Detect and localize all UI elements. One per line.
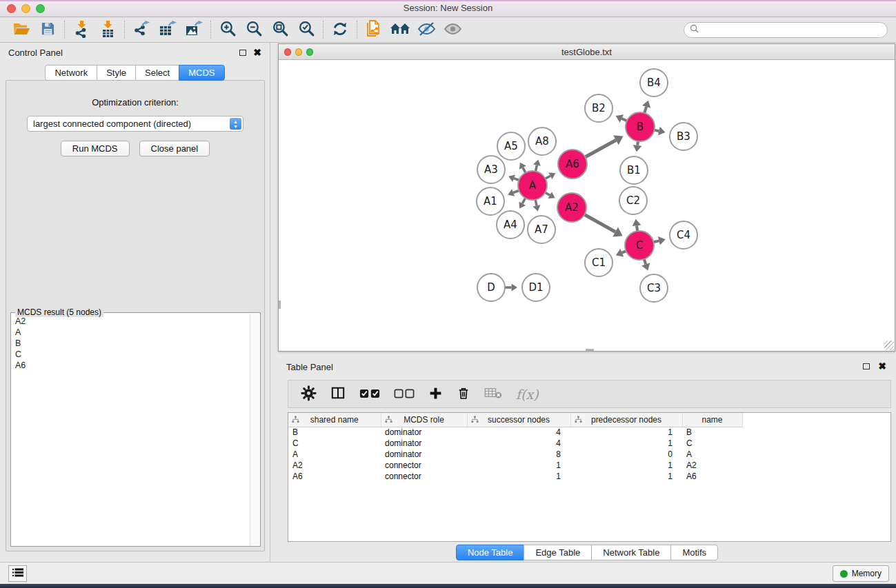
graph-node-A5[interactable]: A5 — [497, 132, 525, 160]
tab-network[interactable]: Network — [45, 65, 97, 81]
graph-node-A2[interactable]: A2 — [557, 193, 586, 222]
delete-row-button[interactable] — [457, 386, 470, 403]
zoom-in-button[interactable] — [215, 19, 241, 41]
zoom-selected-button[interactable] — [293, 19, 319, 41]
memory-button[interactable]: Memory — [833, 565, 889, 582]
tab-node-table[interactable]: Node Table — [456, 545, 525, 560]
graph-node-C2[interactable]: C2 — [619, 187, 647, 214]
table-cell[interactable]: 1 — [570, 427, 682, 438]
table-cell[interactable]: 4 — [467, 438, 570, 449]
tab-select[interactable]: Select — [135, 65, 179, 81]
graph-node-B1[interactable]: B1 — [620, 156, 648, 184]
refresh-view-button[interactable] — [327, 19, 353, 41]
search-input[interactable] — [702, 25, 882, 34]
table-cell[interactable]: connector — [381, 460, 467, 471]
table-cell[interactable]: 0 — [570, 449, 682, 460]
tab-style[interactable]: Style — [97, 65, 136, 81]
tab-edge-table[interactable]: Edge Table — [524, 545, 592, 560]
graph-node-A1[interactable]: A1 — [477, 187, 504, 215]
canvas-vscroll-nub[interactable] — [279, 301, 281, 309]
search-box[interactable] — [684, 22, 888, 38]
table-cell[interactable]: B — [288, 427, 381, 438]
deselect-all-button[interactable] — [394, 388, 415, 401]
graph-node-B[interactable]: B — [626, 112, 655, 141]
table-cell[interactable]: dominator — [381, 438, 467, 449]
column-header-predecessor-nodes[interactable]: predecessor nodes — [570, 413, 682, 427]
table-cell[interactable]: A6 — [288, 471, 381, 482]
first-neighbors-button[interactable] — [387, 19, 413, 41]
graph-node-A8[interactable]: A8 — [528, 128, 556, 155]
graph-node-B4[interactable]: B4 — [640, 69, 668, 97]
column-header-mcds-role[interactable]: MCDS role — [381, 413, 467, 427]
graph-node-C3[interactable]: C3 — [640, 274, 668, 302]
export-network-button[interactable] — [128, 19, 155, 41]
float-table-panel-icon[interactable] — [863, 363, 870, 369]
network-close-button[interactable] — [284, 48, 291, 56]
add-row-button[interactable] — [428, 386, 443, 403]
delete-table-button[interactable] — [484, 387, 502, 401]
graph-node-C1[interactable]: C1 — [585, 249, 613, 276]
tab-network-table[interactable]: Network Table — [591, 545, 671, 560]
show-columns-button[interactable] — [330, 386, 346, 402]
table-cell[interactable]: 1 — [570, 471, 682, 482]
graph-node-A[interactable]: A — [518, 171, 547, 200]
select-all-button[interactable] — [359, 388, 380, 401]
graph-node-A6[interactable]: A6 — [558, 150, 587, 179]
table-cell[interactable]: A2 — [288, 460, 381, 471]
table-cell[interactable]: A — [288, 449, 381, 460]
network-window-titlebar[interactable]: testGlobe.txt — [279, 44, 895, 60]
function-builder-button[interactable]: f(x) — [516, 387, 539, 402]
new-network-from-selection-button[interactable] — [361, 19, 387, 41]
graph-node-B2[interactable]: B2 — [585, 94, 613, 122]
graph-node-C4[interactable]: C4 — [670, 221, 697, 249]
table-cell[interactable]: B — [682, 427, 742, 438]
optimization-select[interactable]: largest connected component (directed) ▲… — [27, 116, 243, 132]
export-table-button[interactable] — [155, 19, 181, 41]
table-row[interactable]: A2connector11A2 — [288, 460, 890, 471]
resize-grip[interactable] — [884, 341, 894, 350]
graph-node-A3[interactable]: A3 — [477, 156, 505, 183]
column-header-successor-nodes[interactable]: successor nodes — [467, 413, 570, 427]
zoom-out-button[interactable] — [241, 19, 267, 41]
import-table-button[interactable] — [94, 19, 121, 41]
network-zoom-button[interactable] — [306, 48, 313, 56]
table-row[interactable]: Bdominator41B — [288, 427, 890, 438]
graph-node-B3[interactable]: B3 — [670, 123, 697, 150]
zoom-fit-button[interactable] — [267, 19, 293, 41]
tab-mcds[interactable]: MCDS — [179, 65, 224, 81]
graph-node-C[interactable]: C — [625, 231, 654, 260]
network-minimize-button[interactable] — [295, 48, 302, 56]
table-cell[interactable]: 1 — [570, 438, 682, 449]
table-settings-button[interactable] — [301, 385, 317, 403]
table-cell[interactable]: A6 — [682, 471, 742, 482]
result-scrollbar[interactable] — [250, 314, 259, 545]
table-cell[interactable]: 1 — [467, 471, 570, 482]
table-row[interactable]: Adominator80A — [288, 449, 890, 460]
graph-node-A7[interactable]: A7 — [528, 216, 555, 243]
table-cell[interactable]: 1 — [570, 460, 682, 471]
network-graph[interactable]: AA1A2A3A4A5A6A7A8BB1B2B3B4CC1C2C3C4DD1 — [279, 60, 895, 351]
graph-node-D1[interactable]: D1 — [522, 274, 550, 301]
graph-node-A4[interactable]: A4 — [497, 211, 524, 239]
export-image-button[interactable] — [181, 19, 207, 41]
table-row[interactable]: Cdominator41C — [288, 438, 890, 449]
table-cell[interactable]: 8 — [467, 449, 570, 460]
tab-motifs[interactable]: Motifs — [670, 545, 718, 560]
table-cell[interactable]: C — [288, 438, 381, 449]
table-cell[interactable]: C — [682, 438, 742, 449]
close-table-panel-icon[interactable]: ✖ — [878, 363, 886, 369]
column-header-shared-name[interactable]: shared name — [288, 413, 381, 427]
close-panel-icon[interactable]: ✖ — [253, 49, 261, 56]
hide-selected-button[interactable] — [413, 19, 439, 41]
show-all-button[interactable] — [439, 19, 466, 41]
canvas-hscroll-nub[interactable] — [586, 349, 594, 351]
column-header-name[interactable]: name — [682, 413, 742, 427]
task-history-button[interactable] — [8, 565, 27, 582]
network-canvas[interactable]: AA1A2A3A4A5A6A7A8BB1B2B3B4CC1C2C3C4DD1 — [279, 60, 895, 351]
import-network-button[interactable] — [68, 19, 94, 41]
table-cell[interactable]: 4 — [467, 427, 570, 438]
table-cell[interactable]: dominator — [381, 427, 467, 438]
close-panel-button[interactable]: Close panel — [139, 141, 210, 156]
table-cell[interactable]: 1 — [467, 460, 570, 471]
table-cell[interactable]: A — [682, 449, 742, 460]
